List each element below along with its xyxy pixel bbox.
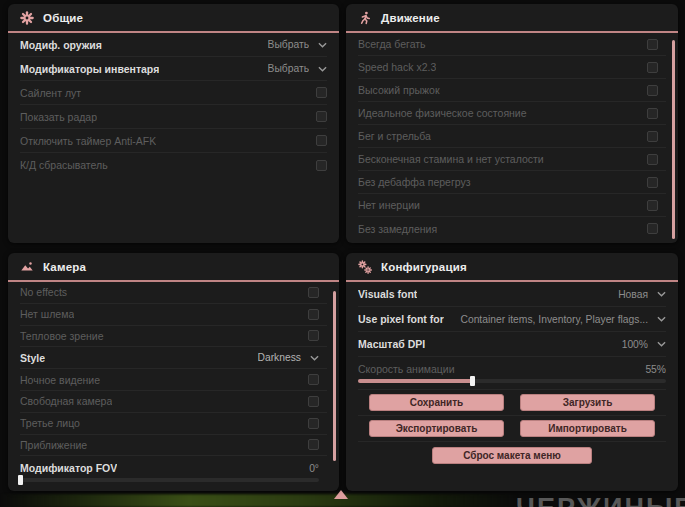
toggle-row[interactable]: Бег и стрельба bbox=[358, 125, 666, 148]
checkbox[interactable] bbox=[308, 309, 319, 320]
toggle-label: Без дебаффа перегруз bbox=[358, 176, 471, 188]
animation-speed-slider[interactable] bbox=[358, 379, 666, 383]
weapon-mod-dropdown[interactable]: Выбрать bbox=[268, 39, 327, 50]
animation-speed-row: Скорость анимации 55% bbox=[358, 357, 666, 390]
toggle-row[interactable]: Свободная камера bbox=[20, 391, 327, 413]
toggle-row[interactable]: Нет инерции bbox=[358, 194, 666, 217]
button-row: Сброс макета меню bbox=[358, 442, 666, 469]
toggle-row[interactable]: Третье лицо bbox=[20, 413, 327, 435]
chevron-down-icon bbox=[318, 42, 327, 48]
checkbox[interactable] bbox=[316, 111, 327, 122]
toggle-row[interactable]: Показать радар bbox=[20, 105, 327, 129]
toggle-label: Высокий прыжок bbox=[358, 84, 440, 96]
checkbox[interactable] bbox=[647, 85, 658, 96]
slider-fill bbox=[358, 379, 472, 383]
setting-label: Модиф. оружия bbox=[20, 39, 102, 51]
background-watermark: ЧЕРЖИНЫЕ bbox=[516, 493, 685, 507]
toggle-label: Без замедления bbox=[358, 223, 437, 235]
checkbox[interactable] bbox=[647, 108, 658, 119]
dropdown-row: Style Darkness bbox=[20, 347, 327, 369]
resize-handle-icon[interactable] bbox=[334, 490, 348, 499]
toggle-label: Нет инерции bbox=[358, 199, 420, 211]
setting-label: Скорость анимации bbox=[358, 363, 455, 375]
checkbox[interactable] bbox=[308, 439, 319, 450]
inventory-mod-dropdown[interactable]: Выбрать bbox=[268, 63, 327, 74]
fov-slider[interactable] bbox=[20, 478, 319, 482]
dropdown-row: Visuals font Новая bbox=[358, 282, 666, 307]
scrollbar[interactable] bbox=[672, 40, 675, 239]
panel-movement-body: Всегда бегать Speed hack x2.3 Высокий пр… bbox=[346, 33, 678, 240]
toggle-label: Свободная камера bbox=[20, 395, 112, 407]
toggle-row[interactable]: Приближение bbox=[20, 435, 327, 457]
toggle-row[interactable]: Без дебаффа перегруз bbox=[358, 171, 666, 194]
panel-camera-header[interactable]: Камера bbox=[8, 253, 339, 282]
dropdown-row: Use pixel font for Container items, Inve… bbox=[358, 307, 666, 332]
checkbox[interactable] bbox=[316, 160, 327, 171]
panel-movement: Движение Всегда бегать Speed hack x2.3 В… bbox=[346, 4, 678, 243]
checkbox[interactable] bbox=[316, 135, 327, 146]
load-button[interactable]: Загрузить bbox=[520, 394, 655, 411]
checkbox[interactable] bbox=[647, 177, 658, 188]
toggle-row[interactable]: К/Д сбрасыватель bbox=[20, 153, 327, 177]
panel-general-header[interactable]: Общие bbox=[8, 4, 339, 33]
chevron-down-icon bbox=[657, 341, 666, 347]
checkbox[interactable] bbox=[647, 131, 658, 142]
toggle-label: К/Д сбрасыватель bbox=[20, 159, 108, 171]
pixel-font-dropdown[interactable]: Container items, Inventory, Player flags… bbox=[460, 314, 666, 325]
save-button[interactable]: Сохранить bbox=[369, 394, 504, 411]
checkbox[interactable] bbox=[308, 330, 319, 341]
checkbox[interactable] bbox=[647, 223, 658, 234]
checkbox[interactable] bbox=[308, 396, 319, 407]
panel-title: Конфигурация bbox=[381, 261, 467, 273]
export-button[interactable]: Экспортировать bbox=[369, 420, 504, 437]
setting-label: Масштаб DPI bbox=[358, 338, 425, 350]
toggle-row[interactable]: Высокий прыжок bbox=[358, 79, 666, 102]
toggle-row[interactable]: Идеальное физическое состояние bbox=[358, 102, 666, 125]
checkbox[interactable] bbox=[308, 418, 319, 429]
toggle-row[interactable]: Тепловое зрение bbox=[20, 326, 327, 348]
import-button[interactable]: Импортировать bbox=[520, 420, 655, 437]
panel-title: Общие bbox=[43, 12, 83, 24]
toggle-label: No effects bbox=[20, 286, 67, 298]
toggle-row[interactable]: Бесконечная стамина и нет усталости bbox=[358, 148, 666, 171]
chevron-down-icon bbox=[310, 355, 319, 361]
checkbox[interactable] bbox=[647, 62, 658, 73]
style-dropdown[interactable]: Darkness bbox=[258, 352, 320, 363]
toggle-row[interactable]: No effects bbox=[20, 282, 327, 304]
toggle-row[interactable]: Нет шлема bbox=[20, 304, 327, 326]
toggle-label: Speed hack x2.3 bbox=[358, 61, 436, 73]
dropdown-row: Модификаторы инвентаря Выбрать bbox=[20, 57, 327, 81]
toggle-row[interactable]: Отключить таймер Anti-AFK bbox=[20, 129, 327, 153]
panel-movement-header[interactable]: Движение bbox=[346, 4, 678, 33]
runner-icon bbox=[358, 11, 372, 25]
game-background-grass bbox=[0, 494, 540, 507]
checkbox[interactable] bbox=[316, 87, 327, 98]
scrollbar[interactable] bbox=[333, 291, 336, 461]
toggle-row[interactable]: Всегда бегать bbox=[358, 33, 666, 56]
dpi-scale-dropdown[interactable]: 100% bbox=[622, 339, 666, 350]
reset-menu-layout-button[interactable]: Сброс макета меню bbox=[432, 447, 592, 464]
toggle-row[interactable]: Без замедления bbox=[358, 217, 666, 240]
toggle-label: Ночное видение bbox=[20, 374, 100, 386]
setting-label: Модификаторы инвентаря bbox=[20, 63, 159, 75]
checkbox[interactable] bbox=[647, 39, 658, 50]
checkbox[interactable] bbox=[308, 287, 319, 298]
panel-title: Движение bbox=[381, 12, 440, 24]
panel-config-body: Visuals font Новая Use pixel font for Co… bbox=[346, 282, 678, 469]
slider-handle[interactable] bbox=[18, 475, 23, 485]
toggle-row[interactable]: Ночное видение bbox=[20, 369, 327, 391]
checkbox[interactable] bbox=[308, 374, 319, 385]
toggle-row[interactable]: Speed hack x2.3 bbox=[358, 56, 666, 79]
toggle-label: Приближение bbox=[20, 439, 87, 451]
panel-config-header[interactable]: Конфигурация bbox=[346, 253, 678, 282]
checkbox[interactable] bbox=[647, 200, 658, 211]
gears-icon bbox=[358, 260, 372, 274]
toggle-row[interactable]: Сайлент лут bbox=[20, 81, 327, 105]
visuals-font-dropdown[interactable]: Новая bbox=[618, 289, 666, 300]
toggle-label: Показать радар bbox=[20, 111, 97, 123]
gear-icon bbox=[20, 11, 34, 25]
slider-handle[interactable] bbox=[470, 376, 475, 386]
dropdown-row: Модиф. оружия Выбрать bbox=[20, 33, 327, 57]
setting-label: Style bbox=[20, 352, 45, 364]
checkbox[interactable] bbox=[647, 154, 658, 165]
